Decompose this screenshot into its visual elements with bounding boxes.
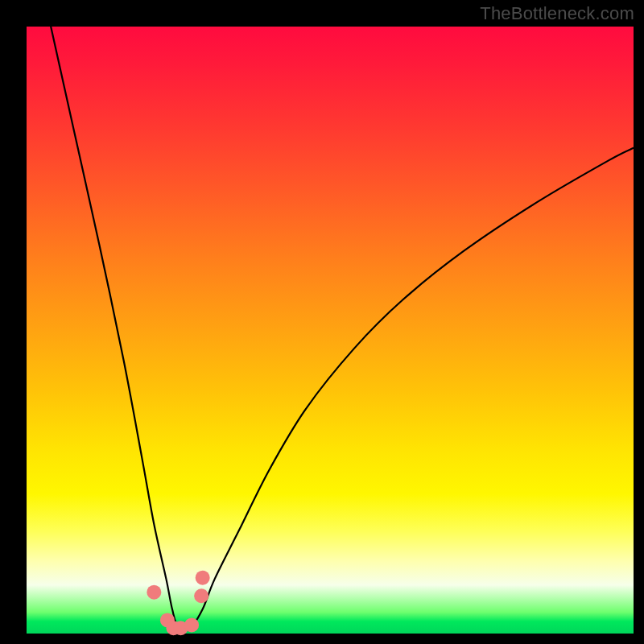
trough-marker — [184, 617, 199, 632]
attribution-text: TheBottleneck.com — [480, 3, 634, 24]
chart-overlay — [27, 27, 634, 634]
chart-frame: TheBottleneck.com — [0, 0, 644, 644]
trough-marker — [194, 588, 208, 603]
trough-marker — [147, 585, 161, 600]
trough-marker — [196, 571, 210, 585]
trough-markers-group — [147, 571, 209, 636]
bottleneck-curve — [51, 27, 634, 630]
